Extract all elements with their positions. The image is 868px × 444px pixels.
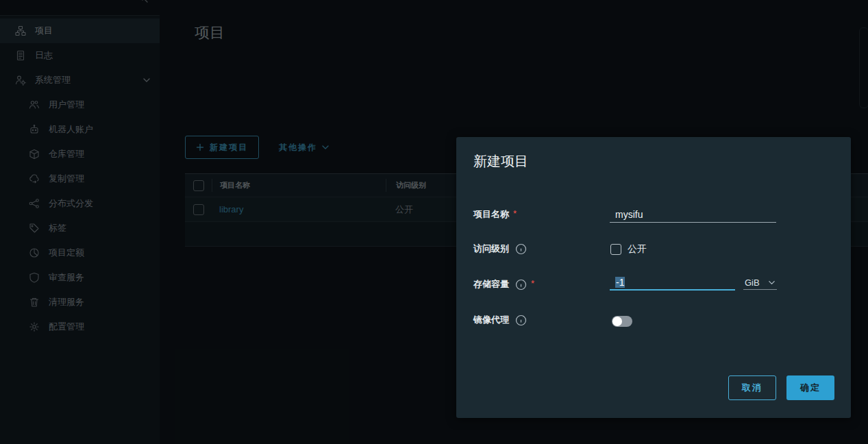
selected-text: -1 [615,277,625,288]
proxy-cache-label: 镜像代理 [473,314,509,326]
modal-title: 新建项目 [473,152,528,171]
cancel-button[interactable]: 取消 [728,375,776,400]
public-checkbox-label: 公开 [628,243,647,256]
storage-quota-input[interactable]: -1 [610,275,735,291]
storage-quota-label: 存储容量 [473,278,509,291]
storage-unit-value: GiB [745,278,760,288]
access-level-control: 公开 [610,243,647,256]
access-level-label-row: 访问级别 [473,243,527,255]
ok-button[interactable]: 确定 [786,375,834,400]
chevron-down-icon [768,279,776,286]
toggle-knob [612,317,622,326]
access-level-label: 访问级别 [473,243,509,255]
info-icon[interactable] [515,314,527,326]
new-project-modal: 新建项目 项目名称 * 访问级别 公开 存储容量 * [456,137,851,418]
storage-unit-select[interactable]: GiB [743,276,777,290]
proxy-cache-label-row: 镜像代理 [473,314,527,326]
required-asterisk: * [513,208,517,219]
project-name-label: 项目名称 [473,208,509,221]
storage-quota-label-row: 存储容量 * [473,278,534,291]
storage-quota-control: -1 GiB [610,275,777,291]
proxy-cache-control [612,316,632,327]
info-icon[interactable] [515,243,527,255]
project-name-input[interactable] [610,207,776,223]
info-icon[interactable] [515,279,527,291]
project-name-control [610,207,776,223]
project-name-label-row: 项目名称 * [473,208,517,221]
proxy-cache-toggle[interactable] [612,316,632,327]
required-asterisk: * [531,278,534,288]
public-checkbox[interactable] [610,244,621,255]
harbor-app: 项目 日志 系统管理 [0,0,868,444]
